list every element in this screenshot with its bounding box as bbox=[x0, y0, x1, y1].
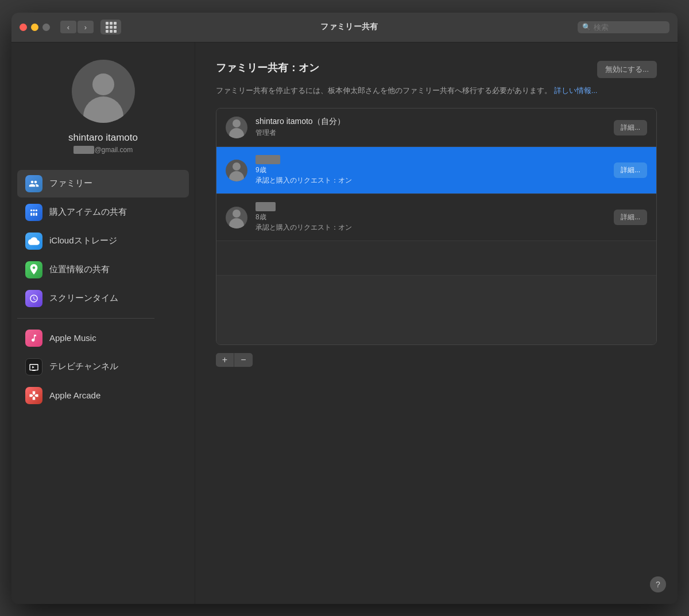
member-row-self[interactable]: shintaro itamoto（自分） 管理者 詳細... bbox=[216, 109, 656, 147]
sidebar-items: ファミリー 購入アイテムの共有 iC bbox=[11, 170, 195, 410]
child1-name-blur bbox=[256, 155, 280, 164]
member-role-self: 管理者 bbox=[256, 128, 606, 138]
member-name-child1 bbox=[256, 155, 606, 164]
child2-name-blur bbox=[256, 202, 276, 211]
member-info-child2: 8歳 承認と購入のリクエスト：オン bbox=[256, 202, 606, 233]
member-row-child2[interactable]: 8歳 承認と購入のリクエスト：オン 詳細... bbox=[216, 194, 656, 241]
back-button[interactable]: ‹ bbox=[60, 21, 76, 33]
avatar-head bbox=[92, 73, 114, 95]
titlebar: ‹ › ファミリー共有 🔍 bbox=[11, 13, 678, 42]
close-button[interactable] bbox=[20, 24, 27, 31]
traffic-lights bbox=[20, 24, 50, 31]
search-icon: 🔍 bbox=[582, 23, 591, 31]
app-window: ‹ › ファミリー共有 🔍 shintaro itamoto bbox=[11, 13, 678, 604]
forward-button[interactable]: › bbox=[78, 21, 94, 33]
sidebar-label-purchase: 購入アイテムの共有 bbox=[49, 207, 127, 218]
sidebar-label-location: 位置情報の共有 bbox=[49, 264, 110, 275]
icloud-icon bbox=[25, 233, 42, 250]
member-row-child1[interactable]: 9歳 承認と購入のリクエスト：オン 詳細... bbox=[216, 147, 656, 194]
window-title: ファミリー共有 bbox=[126, 22, 573, 32]
sidebar-item-purchase[interactable]: 購入アイテムの共有 bbox=[17, 199, 189, 226]
detail-button-child2[interactable]: 詳細... bbox=[614, 210, 647, 225]
email-blur bbox=[73, 146, 95, 154]
main-layout: shintaro itamoto @gmail.com ファミリー bbox=[11, 42, 678, 604]
music-icon bbox=[25, 330, 42, 347]
member-age-child2: 8歳 bbox=[256, 212, 606, 222]
search-input[interactable] bbox=[594, 23, 663, 32]
content-description: ファミリー共有を停止するには、板本伸太郎さんを他のファミリー共有へ移行する必要が… bbox=[216, 85, 657, 97]
member-avatar-child1 bbox=[226, 160, 247, 181]
help-button[interactable]: ? bbox=[650, 576, 666, 592]
detail-button-self[interactable]: 詳細... bbox=[614, 120, 647, 135]
sidebar-item-arcade[interactable]: Apple Arcade bbox=[17, 382, 189, 409]
sidebar-label-icloud: iCloudストレージ bbox=[49, 235, 117, 246]
sidebar-username: shintaro itamoto bbox=[68, 132, 138, 144]
member-avatar-child2 bbox=[226, 207, 247, 228]
search-box[interactable]: 🔍 bbox=[578, 21, 669, 33]
add-member-button[interactable]: + bbox=[216, 353, 234, 367]
screentime-icon bbox=[25, 290, 42, 307]
sidebar-label-family: ファミリー bbox=[49, 178, 92, 189]
avatar-body bbox=[83, 96, 123, 123]
sidebar-divider bbox=[17, 318, 154, 319]
member-name-self: shintaro itamoto（自分） bbox=[256, 117, 606, 127]
grid-icon bbox=[106, 22, 117, 33]
sidebar-item-tv[interactable]: テレビチャンネル bbox=[17, 353, 189, 381]
avatar bbox=[72, 60, 135, 123]
location-icon bbox=[25, 261, 42, 278]
sidebar: shintaro itamoto @gmail.com ファミリー bbox=[11, 42, 195, 604]
sidebar-item-location[interactable]: 位置情報の共有 bbox=[17, 256, 189, 284]
member-status-child2: 承認と購入のリクエスト：オン bbox=[256, 223, 606, 233]
detail-button-child1[interactable]: 詳細... bbox=[614, 162, 647, 178]
sidebar-item-icloud[interactable]: iCloudストレージ bbox=[17, 227, 189, 255]
member-row-empty1 bbox=[216, 241, 656, 276]
member-status-child1: 承認と購入のリクエスト：オン bbox=[256, 176, 606, 185]
sidebar-email: @gmail.com bbox=[73, 146, 133, 154]
grid-view-button[interactable] bbox=[100, 20, 121, 34]
avatar-person bbox=[83, 73, 123, 123]
family-icon bbox=[25, 175, 42, 192]
member-age-child1: 9歳 bbox=[256, 165, 606, 175]
member-avatar-self bbox=[226, 117, 247, 138]
remove-member-button[interactable]: − bbox=[234, 353, 253, 367]
sidebar-item-family[interactable]: ファミリー bbox=[17, 170, 189, 197]
sidebar-label-tv: テレビチャンネル bbox=[49, 361, 118, 372]
member-row-empty2 bbox=[216, 276, 656, 344]
action-buttons: + − bbox=[216, 353, 657, 367]
member-list: shintaro itamoto（自分） 管理者 詳細... bbox=[216, 108, 657, 345]
sidebar-item-music[interactable]: Apple Music bbox=[17, 324, 189, 352]
member-info-child1: 9歳 承認と購入のリクエスト：オン bbox=[256, 155, 606, 185]
content-title: ファミリー共有：オン bbox=[216, 61, 319, 75]
sidebar-label-screentime: スクリーンタイム bbox=[49, 293, 118, 304]
arcade-icon bbox=[25, 387, 42, 404]
member-info-self: shintaro itamoto（自分） 管理者 bbox=[256, 117, 606, 138]
nav-buttons: ‹ › bbox=[60, 21, 94, 33]
detail-link[interactable]: 詳しい情報... bbox=[554, 86, 598, 95]
sidebar-label-arcade: Apple Arcade bbox=[49, 390, 100, 400]
tv-icon bbox=[25, 358, 42, 375]
sidebar-item-screentime[interactable]: スクリーンタイム bbox=[17, 285, 189, 312]
content-area: ファミリー共有：オン 無効にする... ファミリー共有を停止するには、板本伸太郎… bbox=[195, 42, 678, 604]
apps-icon bbox=[25, 204, 42, 221]
maximize-button[interactable] bbox=[42, 24, 50, 31]
content-header: ファミリー共有：オン 無効にする... bbox=[216, 61, 657, 78]
sidebar-label-music: Apple Music bbox=[49, 333, 96, 343]
disable-button[interactable]: 無効にする... bbox=[597, 61, 657, 78]
minimize-button[interactable] bbox=[31, 24, 38, 31]
member-name-child2 bbox=[256, 202, 606, 211]
